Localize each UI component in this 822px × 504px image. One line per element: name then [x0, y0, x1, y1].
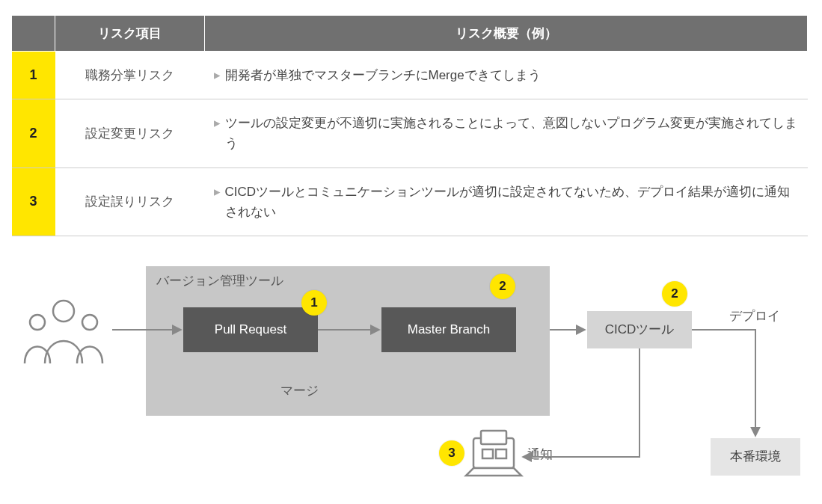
col-header-desc: リスク概要（例）: [205, 16, 808, 52]
deploy-label: デプロイ: [729, 307, 780, 325]
risk-number: 1: [12, 52, 55, 99]
risk-badge-2a: 2: [490, 274, 515, 299]
risk-desc: ▸ 開発者が単独でマスターブランチにMergeできてしまう: [205, 52, 808, 99]
risk-table-head: リスク項目 リスク概要（例）: [12, 16, 808, 52]
risk-badge-3: 3: [439, 440, 464, 466]
col-header-num: [12, 16, 55, 52]
svg-rect-7: [481, 431, 506, 444]
risk-table: リスク項目 リスク概要（例） 1 職務分掌リスク ▸ 開発者が単独でマスターブラ…: [11, 15, 808, 236]
svg-rect-6: [473, 438, 514, 468]
svg-point-0: [53, 301, 74, 322]
table-row: 3 設定誤りリスク ▸ CICDツールとコミュニケーションツールが適切に設定され…: [12, 168, 808, 236]
risk-number: 2: [12, 99, 55, 168]
risk-item: 職務分掌リスク: [55, 52, 205, 99]
risk-item: 設定誤りリスク: [55, 168, 205, 236]
pull-request-box: Pull Request: [183, 307, 318, 352]
risk-desc: ▸ ツールの設定変更が不適切に実施されることによって、意図しないプログラム変更が…: [205, 99, 808, 168]
risk-badge-1: 1: [301, 290, 327, 316]
triangle-bullet-icon: ▸: [214, 113, 221, 133]
svg-rect-9: [496, 449, 506, 458]
merge-label: マージ: [280, 382, 319, 399]
cicd-tool-box: CICDツール: [587, 311, 692, 348]
svg-point-1: [30, 315, 45, 330]
risk-number: 3: [12, 168, 55, 236]
risk-desc-text: 開発者が単独でマスターブランチにMergeできてしまう: [225, 65, 541, 85]
triangle-bullet-icon: ▸: [214, 65, 221, 85]
svg-point-2: [82, 315, 97, 330]
table-row: 2 設定変更リスク ▸ ツールの設定変更が不適切に実施されることによって、意図し…: [12, 99, 808, 168]
version-control-title: バージョン管理ツール: [156, 272, 283, 289]
users-icon: [25, 301, 102, 363]
production-env-box: 本番環境: [711, 438, 800, 476]
laptop-icon: [466, 431, 521, 476]
risk-badge-2b: 2: [662, 281, 687, 307]
risk-desc: ▸ CICDツールとコミュニケーションツールが適切に設定されてないため、デプロイ…: [205, 168, 808, 236]
col-header-item: リスク項目: [55, 16, 205, 52]
risk-item: 設定変更リスク: [55, 99, 205, 168]
risk-table-body: 1 職務分掌リスク ▸ 開発者が単独でマスターブランチにMergeできてしまう …: [12, 52, 808, 236]
notify-label: 通知: [527, 446, 553, 463]
table-row: 1 職務分掌リスク ▸ 開発者が単独でマスターブランチにMergeできてしまう: [12, 52, 808, 99]
risk-desc-text: CICDツールとコミュニケーションツールが適切に設定されてないため、デプロイ結果…: [225, 182, 799, 222]
cicd-diagram: バージョン管理ツール Pull Request Master Branch CI…: [11, 251, 808, 504]
svg-rect-8: [482, 449, 493, 458]
master-branch-box: Master Branch: [381, 307, 516, 352]
triangle-bullet-icon: ▸: [214, 182, 221, 202]
risk-desc-text: ツールの設定変更が不適切に実施されることによって、意図しないプログラム変更が実施…: [225, 113, 799, 153]
